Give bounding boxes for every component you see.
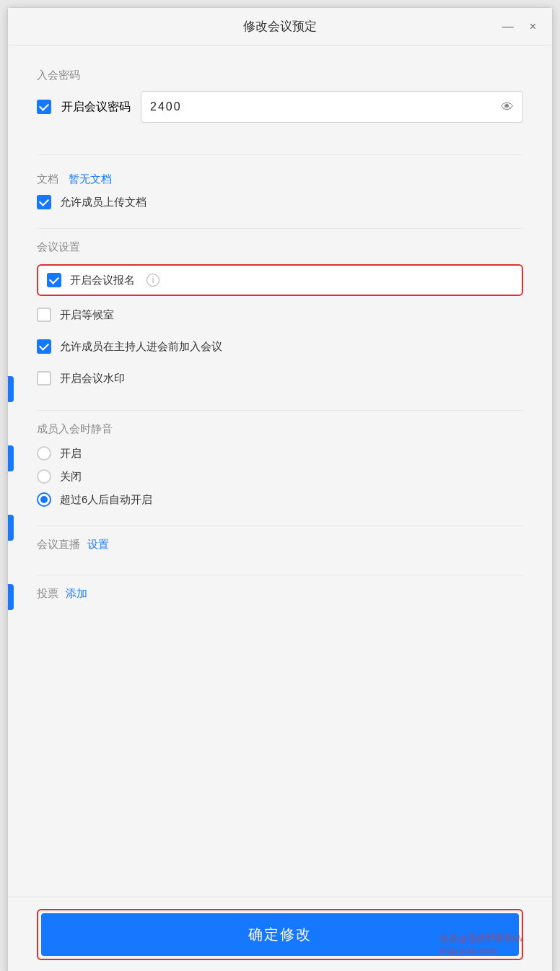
watermark-setting-row: 开启会议水印 [37,367,523,390]
mute-auto-row: 超过6人后自动开启 [37,492,523,507]
mute-on-row: 开启 [37,446,523,461]
registration-label: 开启会议报名 [70,274,135,287]
mute-section-label: 成员入会时静音 [37,422,523,436]
waiting-room-checkbox[interactable] [37,308,51,322]
registration-checkbox[interactable] [47,273,61,287]
vote-link[interactable]: 添加 [66,587,87,601]
eye-icon[interactable]: 👁 [501,100,514,115]
dialog-title: 修改会议预定 [243,18,317,35]
mute-auto-label: 超过6人后自动开启 [60,493,152,507]
divider-3 [37,410,523,411]
main-content: 入会密码 开启会议密码 👁 文档 暂无文档 允许成员上传文档 [8,45,552,897]
divider-5 [37,575,523,575]
vote-label: 投票 [37,587,58,601]
document-link[interactable]: 暂无文档 [69,173,112,185]
waiting-room-label: 开启等候室 [60,308,114,322]
document-checkbox-label: 允许成员上传文档 [60,196,146,209]
dialog-window: 修改会议预定 — × 入会密码 开启会议密码 👁 文档 暂无文档 [7,7,553,971]
meeting-settings-section: 会议设置 开启会议报名 i 开启等候室 允许成员在主持人进会前加入会议 开启会议… [37,240,523,399]
title-bar: 修改会议预定 — × [8,8,552,45]
window-controls: — × [499,19,539,34]
close-button[interactable]: × [527,19,539,34]
mute-off-row: 关闭 [37,469,523,484]
document-label: 文档 [37,173,58,185]
mute-off-label: 关闭 [60,470,82,484]
minimize-button[interactable]: — [499,19,517,34]
confirm-button[interactable]: 确定修改 [41,913,519,956]
divider-2 [37,228,523,229]
waiting-room-row: 开启等候室 [37,303,523,326]
mute-auto-radio[interactable] [37,492,51,507]
watermark-checkbox[interactable] [37,371,51,386]
password-checkbox-label: 开启会议密码 [61,100,131,115]
document-checkbox-row: 允许成员上传文档 [37,195,523,209]
mute-section: 成员入会时静音 开启 关闭 超过6人后自动开启 [37,422,523,514]
live-label: 会议直播 [37,538,80,552]
password-input[interactable] [150,100,501,113]
password-section: 入会密码 开启会议密码 👁 [37,63,523,143]
live-section: 会议直播 设置 [37,538,523,552]
live-link[interactable]: 设置 [87,538,109,552]
document-section: 文档 暂无文档 允许成员上传文档 [37,167,523,217]
divider-1 [37,154,523,155]
mute-on-radio[interactable] [37,446,51,461]
vote-section: 投票 添加 [37,587,523,601]
registration-row: 开启会议报名 i [37,264,523,296]
mute-radio-group: 开启 关闭 超过6人后自动开启 [37,446,523,507]
document-section-header: 文档 暂无文档 [37,173,523,186]
bottom-section: 确定修改 [8,897,552,971]
confirm-btn-wrap: 确定修改 [37,909,523,960]
join-before-host-label: 允许成员在主持人进会前加入会议 [60,340,222,354]
password-section-label: 入会密码 [37,69,523,82]
divider-4 [37,526,523,526]
document-checkbox[interactable] [37,195,51,209]
join-before-host-checkbox[interactable] [37,339,51,354]
watermark-label: 开启会议水印 [60,372,125,386]
meeting-settings-label: 会议设置 [37,240,523,254]
password-row: 开启会议密码 👁 [37,91,523,123]
password-input-wrap: 👁 [141,91,523,123]
mute-off-radio[interactable] [37,469,51,484]
mute-on-label: 开启 [60,447,82,461]
join-before-host-row: 允许成员在主持人进会前加入会议 [37,335,523,358]
info-icon[interactable]: i [146,274,159,287]
password-checkbox[interactable] [37,100,51,114]
